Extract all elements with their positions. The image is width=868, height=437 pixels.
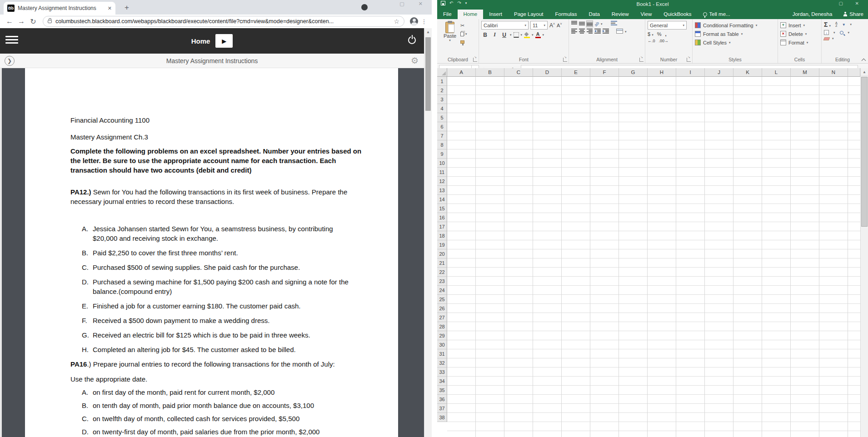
select-all-corner[interactable] bbox=[437, 68, 447, 77]
row-header-11[interactable]: 11 bbox=[437, 168, 447, 177]
gear-icon[interactable]: ⚙ bbox=[411, 55, 419, 66]
col-header-I[interactable]: I bbox=[676, 68, 705, 77]
align-right-icon[interactable] bbox=[587, 29, 593, 35]
copy-button[interactable]: ▾ bbox=[460, 30, 467, 37]
col-header-L[interactable]: L bbox=[762, 68, 791, 77]
bookmark-star-icon[interactable]: ☆ bbox=[394, 18, 399, 25]
row-header-12[interactable]: 12 bbox=[437, 177, 447, 186]
format-as-table-button[interactable]: Format as Table▾ bbox=[695, 30, 775, 38]
row-header-2[interactable]: 2 bbox=[437, 86, 447, 95]
row-header-34[interactable]: 34 bbox=[437, 377, 447, 386]
grow-font-button[interactable]: A˄ bbox=[549, 22, 555, 29]
col-header-H[interactable]: H bbox=[648, 68, 676, 77]
row-header-19[interactable]: 19 bbox=[437, 240, 447, 249]
cell-styles-button[interactable]: Cell Styles▾ bbox=[695, 38, 775, 47]
browser-tab[interactable]: Bb Mastery Assignment Instructions ✕ bbox=[4, 2, 115, 15]
col-header-E[interactable]: E bbox=[562, 68, 590, 77]
clipboard-dialog-launcher-icon[interactable] bbox=[473, 58, 477, 62]
row-header-33[interactable]: 33 bbox=[437, 367, 447, 377]
forward-icon[interactable]: → bbox=[15, 17, 27, 25]
row-header-26[interactable]: 26 bbox=[437, 304, 447, 313]
autosum-button[interactable]: Σ ▾ bbox=[824, 21, 831, 28]
align-left-icon[interactable] bbox=[571, 29, 577, 35]
row-header-15[interactable]: 15 bbox=[437, 204, 447, 213]
hamburger-menu-icon[interactable] bbox=[5, 36, 18, 45]
col-header-J[interactable]: J bbox=[705, 68, 733, 77]
col-header-M[interactable]: M bbox=[791, 68, 819, 77]
row-header-1[interactable]: 1 bbox=[437, 77, 447, 86]
orientation-icon[interactable]: ab bbox=[594, 20, 600, 27]
row-header-5[interactable]: 5 bbox=[437, 113, 447, 122]
number-format-select[interactable]: General▾ bbox=[648, 21, 687, 30]
row-header-31[interactable]: 31 bbox=[437, 349, 447, 358]
tab-close-icon[interactable]: ✕ bbox=[108, 5, 112, 11]
row-header-27[interactable]: 27 bbox=[437, 313, 447, 322]
home-label[interactable]: Home bbox=[191, 37, 210, 45]
row-header-21[interactable]: 21 bbox=[437, 258, 447, 268]
font-color-icon[interactable]: A bbox=[535, 32, 541, 38]
percent-button[interactable]: % bbox=[657, 31, 662, 37]
browser-window-controls[interactable]: ▢ ✕ bbox=[399, 1, 429, 7]
row-header-35[interactable]: 35 bbox=[437, 386, 447, 395]
col-header-C[interactable]: C bbox=[504, 68, 533, 77]
col-header-G[interactable]: G bbox=[619, 68, 648, 77]
font-size-select[interactable]: 11▾ bbox=[530, 21, 548, 30]
row-header-38[interactable]: 38 bbox=[437, 413, 447, 422]
row-header-17[interactable]: 17 bbox=[437, 222, 447, 231]
col-header-F[interactable]: F bbox=[590, 68, 619, 77]
row-header-36[interactable]: 36 bbox=[437, 395, 447, 404]
paste-dropdown-icon[interactable]: ▾ bbox=[449, 39, 451, 42]
row-header-32[interactable]: 32 bbox=[437, 358, 447, 367]
row-header-25[interactable]: 25 bbox=[437, 295, 447, 304]
row-header-18[interactable]: 18 bbox=[437, 231, 447, 240]
row-header-23[interactable]: 23 bbox=[437, 277, 447, 286]
ribbon-tab-home[interactable]: Home bbox=[458, 10, 484, 19]
delete-cells-button[interactable]: Delete▾ bbox=[780, 30, 819, 38]
fill-down-icon[interactable]: ↓ bbox=[824, 30, 829, 35]
find-select-icon[interactable] bbox=[840, 31, 843, 35]
number-dialog-launcher-icon[interactable] bbox=[687, 58, 691, 62]
cut-button[interactable]: ✂ bbox=[460, 22, 467, 29]
sort-filter-icon[interactable]: AZ bbox=[835, 22, 838, 27]
tell-me-box[interactable]: Tell me... bbox=[698, 10, 736, 19]
insert-cells-button[interactable]: Insert▾ bbox=[780, 21, 819, 30]
borders-icon[interactable] bbox=[514, 32, 519, 38]
row-header-4[interactable]: 4 bbox=[437, 104, 447, 113]
extension-icon[interactable] bbox=[361, 4, 368, 10]
clear-eraser-icon[interactable] bbox=[823, 37, 830, 40]
url-text[interactable]: columbustech.blackboard.com/webapps/blac… bbox=[55, 18, 390, 25]
merge-center-icon[interactable] bbox=[616, 29, 623, 35]
increase-decimal-icon[interactable]: ←.0 bbox=[648, 39, 655, 43]
alignment-dialog-launcher-icon[interactable] bbox=[639, 58, 644, 62]
bold-button[interactable]: B bbox=[481, 32, 489, 38]
format-cells-button[interactable]: Format▾ bbox=[780, 38, 819, 47]
font-name-select[interactable]: Calibri▾ bbox=[481, 21, 529, 30]
new-tab-button[interactable]: + bbox=[121, 2, 133, 13]
row-header-29[interactable]: 29 bbox=[437, 331, 447, 340]
collapse-ribbon-icon[interactable] bbox=[862, 58, 865, 61]
ribbon-tab-quickbooks[interactable]: QuickBooks bbox=[658, 10, 697, 19]
row-header-6[interactable]: 6 bbox=[437, 122, 447, 131]
sheet-scroll-up-icon[interactable]: ▲ bbox=[861, 68, 868, 76]
comma-button[interactable]: , bbox=[665, 31, 666, 37]
grid-cells[interactable] bbox=[447, 77, 860, 437]
format-painter-button[interactable] bbox=[460, 39, 467, 45]
wrap-text-icon[interactable] bbox=[611, 21, 617, 27]
row-header-14[interactable]: 14 bbox=[437, 195, 447, 204]
ribbon-tab-data[interactable]: Data bbox=[583, 10, 606, 19]
decrease-indent-icon[interactable] bbox=[594, 29, 601, 35]
top-align-icon[interactable] bbox=[571, 21, 577, 27]
row-header-20[interactable]: 20 bbox=[437, 249, 447, 258]
row-header-3[interactable]: 3 bbox=[437, 95, 447, 104]
increase-indent-icon[interactable] bbox=[603, 29, 609, 35]
reload-icon[interactable]: ↻ bbox=[27, 17, 39, 26]
row-header-22[interactable]: 22 bbox=[437, 268, 447, 277]
back-icon[interactable]: ← bbox=[4, 17, 15, 25]
scrollbar-up-icon[interactable]: ▲ bbox=[424, 28, 432, 36]
row-header-8[interactable]: 8 bbox=[437, 140, 447, 149]
row-header-28[interactable]: 28 bbox=[437, 322, 447, 331]
row-header-30[interactable]: 30 bbox=[437, 340, 447, 349]
ribbon-tab-page-layout[interactable]: Page Layout bbox=[508, 10, 549, 19]
conditional-formatting-button[interactable]: Conditional Formatting▾ bbox=[695, 21, 775, 30]
bottom-align-icon[interactable] bbox=[587, 21, 593, 27]
